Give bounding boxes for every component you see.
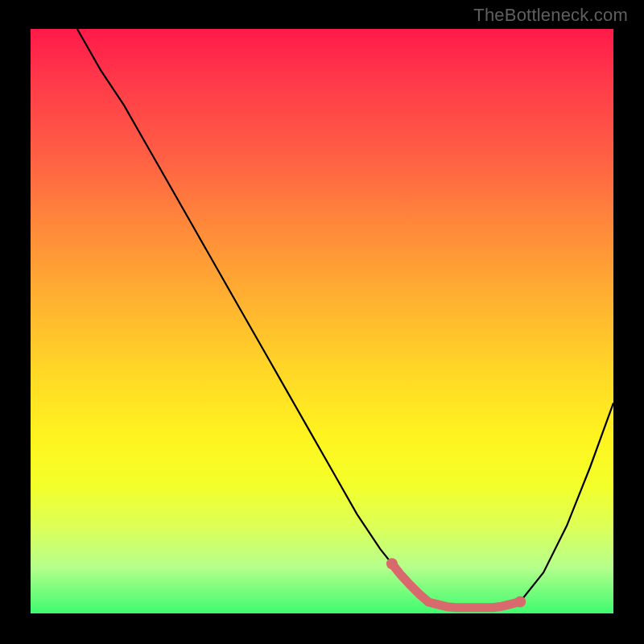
optimal-region-highlight: [392, 564, 520, 607]
highlight-start-marker: [386, 558, 398, 569]
bottleneck-curve: [31, 29, 613, 613]
chart-container: TheBottleneck.com: [0, 0, 644, 644]
curve-path: [77, 29, 613, 608]
attribution-text: TheBottleneck.com: [473, 5, 628, 26]
plot-area: [31, 29, 613, 613]
highlight-end-marker: [514, 597, 526, 608]
